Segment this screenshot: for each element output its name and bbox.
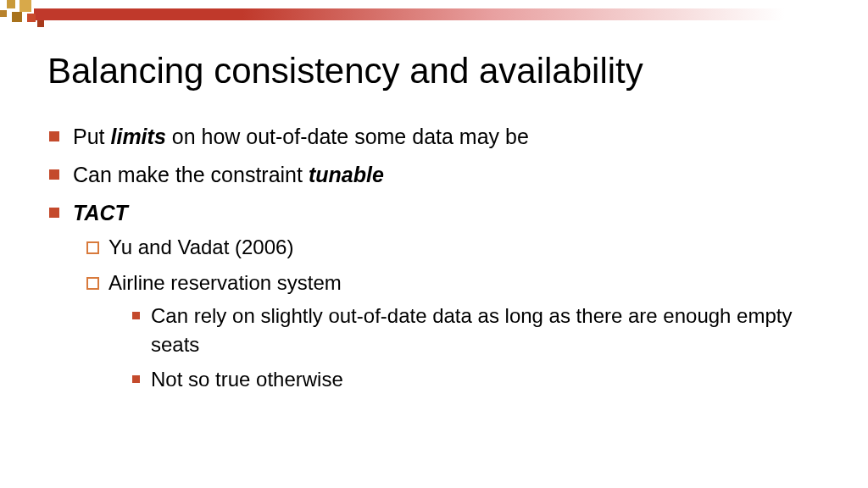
- sub-bullet-1: Yu and Vadat (2006): [86, 233, 821, 262]
- bullet-3-bold: TACT: [73, 201, 128, 225]
- slide-title: Balancing consistency and availability: [47, 51, 821, 92]
- gradient-bar: [34, 8, 868, 20]
- sub-bullet-2-text: Airline reservation system: [108, 271, 342, 294]
- bullet-list-level1: Put limits on how out-of-date some data …: [47, 122, 821, 394]
- bullet-2-bold: tunable: [309, 163, 384, 186]
- bullet-list-level2: Yu and Vadat (2006) Airline reservation …: [73, 233, 821, 394]
- bullet-list-level3: Can rely on slightly out-of-date data as…: [108, 302, 821, 394]
- bullet-1-bold: limits: [110, 125, 165, 148]
- bullet-1-pre: Put: [73, 125, 110, 148]
- bullet-3: TACT Yu and Vadat (2006) Airline reserva…: [47, 198, 821, 394]
- bullet-1-post: on how out-of-date some data may be: [166, 125, 529, 148]
- subsub-bullet-1: Can rely on slightly out-of-date data as…: [132, 302, 821, 358]
- bullet-1: Put limits on how out-of-date some data …: [47, 122, 821, 152]
- subsub-bullet-2: Not so true otherwise: [132, 365, 821, 394]
- slide-top-decoration: [0, 0, 868, 25]
- slide-content: Balancing consistency and availability P…: [0, 0, 868, 419]
- bullet-2: Can make the constraint tunable: [47, 160, 821, 190]
- bullet-2-pre: Can make the constraint: [73, 163, 309, 186]
- sub-bullet-2: Airline reservation system Can rely on s…: [86, 269, 821, 394]
